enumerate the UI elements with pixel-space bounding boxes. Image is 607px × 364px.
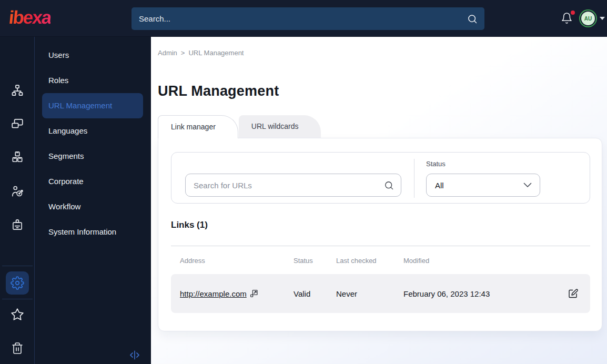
tab-link-manager[interactable]: Link manager bbox=[158, 115, 238, 138]
rail-item-content[interactable] bbox=[0, 79, 35, 104]
rail-item-products[interactable] bbox=[0, 145, 35, 170]
topbar: ibexa AU bbox=[0, 0, 607, 37]
filter-divider bbox=[414, 159, 414, 198]
external-link-icon bbox=[250, 289, 258, 298]
cell-last-checked: Never bbox=[336, 289, 403, 298]
table-rule bbox=[171, 246, 590, 246]
sidebar-item-system-information[interactable]: System Information bbox=[42, 219, 143, 245]
edit-icon bbox=[568, 288, 579, 299]
sidebar-item-workflow[interactable]: Workflow bbox=[42, 194, 143, 219]
search-icon bbox=[384, 180, 394, 190]
settings-icon bbox=[6, 271, 29, 295]
breadcrumb: Admin > URL Management bbox=[158, 49, 244, 57]
global-search[interactable] bbox=[131, 7, 484, 30]
sidebar-item-roles[interactable]: Roles bbox=[42, 68, 143, 93]
sidebar-item-segments[interactable]: Segments bbox=[42, 144, 143, 169]
column-header-last-checked: Last checked bbox=[336, 257, 403, 265]
sidebar-collapse-icon[interactable] bbox=[129, 350, 140, 360]
column-header-status: Status bbox=[294, 257, 336, 265]
url-search[interactable] bbox=[185, 174, 401, 197]
chevron-down-icon bbox=[523, 183, 532, 188]
rail-divider bbox=[2, 266, 33, 266]
products-icon bbox=[11, 150, 24, 166]
url-link-text: http://example.com bbox=[180, 289, 247, 298]
user-menu-chevron-icon[interactable] bbox=[600, 17, 605, 21]
bell-icon bbox=[561, 17, 573, 26]
sidebar-item-users[interactable]: Users bbox=[42, 43, 143, 68]
search-icon bbox=[467, 14, 478, 24]
main-content: Admin > URL Management URL Management Li… bbox=[151, 37, 607, 364]
link-manager-panel: Status All Links (1) Address Status Last… bbox=[158, 138, 602, 331]
breadcrumb-current: URL Management bbox=[188, 49, 244, 57]
sidebar-item-corporate[interactable]: Corporate bbox=[42, 169, 143, 194]
global-search-input[interactable] bbox=[131, 14, 467, 23]
url-search-input[interactable] bbox=[186, 181, 384, 190]
rail-item-admin-active[interactable] bbox=[0, 269, 35, 297]
sidebar: Users Roles URL Management Languages Seg… bbox=[0, 37, 151, 364]
breadcrumb-admin[interactable]: Admin bbox=[158, 49, 177, 57]
audience-icon bbox=[11, 185, 24, 200]
admin-menu: Users Roles URL Management Languages Seg… bbox=[35, 37, 151, 364]
table-header-row: Address Status Last checked Modified bbox=[171, 257, 590, 265]
page-title: URL Management bbox=[158, 83, 279, 99]
column-header-address: Address bbox=[180, 257, 294, 265]
ibexa-logo[interactable]: ibexa bbox=[8, 7, 52, 28]
pages-icon bbox=[11, 117, 24, 133]
status-select-value: All bbox=[427, 181, 523, 190]
avatar-initials: AU bbox=[584, 16, 592, 22]
trash-icon bbox=[11, 342, 24, 357]
cell-modified: February 06, 2023 12:43 bbox=[403, 289, 565, 298]
edit-button[interactable] bbox=[565, 286, 581, 301]
rail-divider bbox=[2, 299, 33, 299]
cell-status: Valid bbox=[294, 289, 336, 298]
tab-bar: Link manager URL wildcards bbox=[158, 115, 321, 138]
status-select[interactable]: All bbox=[426, 174, 540, 197]
url-link[interactable]: http://example.com bbox=[180, 289, 258, 298]
notifications-button[interactable] bbox=[561, 12, 574, 26]
badge-icon bbox=[11, 218, 24, 234]
icon-rail bbox=[0, 37, 35, 364]
status-label: Status bbox=[426, 160, 446, 168]
column-header-modified: Modified bbox=[403, 257, 565, 265]
rail-item-pages[interactable] bbox=[0, 112, 35, 137]
rail-item-audience[interactable] bbox=[0, 180, 35, 205]
notification-dot bbox=[571, 11, 575, 15]
rail-item-trash[interactable] bbox=[0, 337, 35, 362]
filter-box: Status All bbox=[171, 152, 590, 204]
sitemap-icon bbox=[11, 84, 24, 99]
rail-item-corporate[interactable] bbox=[0, 214, 35, 239]
table-row: http://example.com Valid Never February … bbox=[171, 274, 590, 313]
breadcrumb-separator: > bbox=[181, 49, 185, 57]
sidebar-item-languages[interactable]: Languages bbox=[42, 118, 143, 144]
rail-item-bookmarks[interactable] bbox=[0, 303, 35, 328]
star-icon bbox=[11, 308, 24, 323]
links-heading: Links (1) bbox=[171, 220, 208, 230]
user-avatar[interactable]: AU bbox=[581, 12, 595, 25]
tab-url-wildcards[interactable]: URL wildcards bbox=[239, 115, 321, 138]
sidebar-item-url-management[interactable]: URL Management bbox=[42, 93, 143, 118]
